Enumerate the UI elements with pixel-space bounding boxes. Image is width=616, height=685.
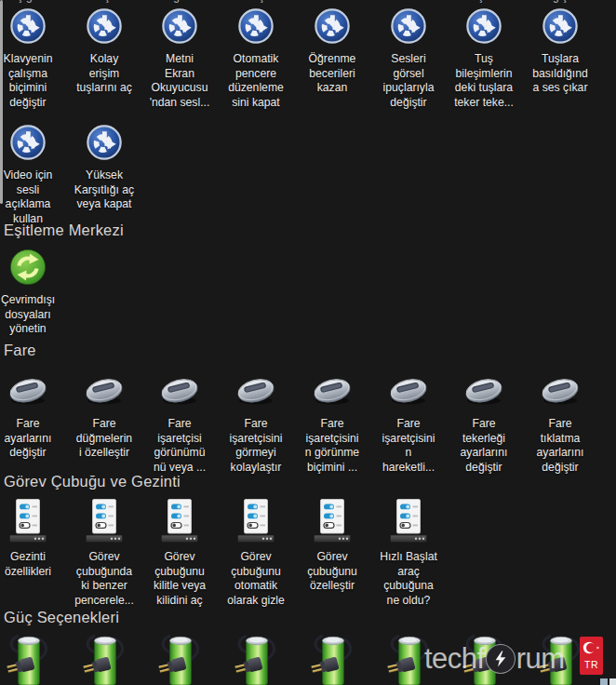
battery-icon — [387, 631, 430, 685]
taskbar-icon — [237, 499, 275, 543]
task-item-label: Görev çubuğunda ki benzer pencerele... — [66, 550, 142, 609]
task-item-label: Fare tıklatma ayarlarını değiştir — [522, 417, 598, 476]
task-item-power-option[interactable] — [446, 631, 522, 685]
task-item-pointer-appearance[interactable]: Fare işaretçisi görünümü nü veya ... — [141, 372, 218, 476]
flag-country-code: TR — [580, 659, 603, 670]
task-item-label: Yüksek Karşıtlığı aç veya kapat — [66, 168, 142, 212]
battery-icon — [539, 631, 582, 685]
task-item-label: Sesleri görsel ipuçlarıyla değiştir — [370, 52, 447, 111]
ease-of-access-icon — [86, 124, 123, 161]
task-item-audio-description[interactable]: Video için sesli açıklama kullan — [0, 124, 66, 227]
taskbar-icon — [390, 499, 427, 543]
task-item-label: Video için sesli açıklama kullan — [0, 168, 66, 227]
mouse-icon — [539, 372, 582, 410]
task-item-pointer-display[interactable]: Fare işaretçisini n görünme biçimini ... — [294, 372, 370, 476]
mouse-icon — [234, 372, 277, 410]
task-item-label: Çevrimdışı dosyaları yönetin — [0, 293, 66, 337]
section-header-power-options: Güç Seçenekleri — [4, 609, 119, 626]
clipped-row-above: ş ğ ı ı ş ğ ı ılı ş ş ı ğ ş — [0, 0, 616, 4]
task-item-customize-taskbar[interactable]: Görev çubuğunu özelleştir — [294, 499, 370, 594]
task-item-label: Görev çubuğunu özelleştir — [294, 550, 370, 594]
task-item-label: Klavyenin çalışma biçimini değiştir — [0, 52, 66, 111]
task-item-power-option[interactable] — [141, 631, 218, 685]
task-item-power-option[interactable] — [0, 631, 66, 685]
task-item-label: Fare işaretçisini görmeyi kolaylaştır — [218, 417, 294, 476]
task-item-learning-abilities[interactable]: Öğrenme becerileri kazan — [294, 7, 370, 96]
task-item-power-option[interactable] — [294, 631, 370, 685]
sync-icon — [9, 248, 47, 286]
task-item-group-windows[interactable]: Görev çubuğunda ki benzer pencerele... — [66, 499, 142, 609]
ease-of-access-icon — [314, 7, 351, 45]
task-item-sticky-keys[interactable]: Tuş bileşimlerin deki tuşlara teker teke… — [446, 7, 522, 111]
turkish-flag-badge: TR — [580, 637, 603, 675]
battery-icon — [311, 631, 354, 685]
task-item-lock-taskbar[interactable]: Görev çubuğunu kilitle veya kilidini aç — [141, 499, 218, 609]
task-item-pointer-visibility[interactable]: Fare işaretçisini görmeyi kolaylaştır — [218, 372, 294, 476]
taskbar-icon — [86, 499, 123, 543]
mouse-icon — [7, 372, 49, 410]
battery-icon — [462, 631, 505, 685]
ease-of-access-icon — [542, 7, 579, 45]
all-tasks-panel: { "page": { "background": "#181818", "te… — [0, 0, 616, 685]
task-item-label: Fare işaretçisini n görünme biçimini ... — [294, 417, 370, 476]
task-item-mouse-click[interactable]: Fare tıklatma ayarlarını değiştir — [522, 372, 598, 476]
task-item-power-option[interactable] — [370, 631, 447, 685]
mouse-icon — [387, 372, 430, 410]
section-header-mouse: Fare — [4, 342, 36, 359]
task-item-label: Fare tekerleği ayarlarını değiştir — [446, 417, 522, 476]
task-item-mouse-settings[interactable]: Fare ayarlarını değiştir — [0, 372, 66, 461]
mouse-icon — [83, 372, 126, 410]
task-item-label: Gezinti özellikleri — [0, 550, 66, 579]
clipped-label-remnant: ğ ş — [522, 0, 598, 4]
task-item-key-press-sound[interactable]: Tuşlara basıldığınd a ses çıkar — [522, 7, 598, 96]
ease-of-access-icon — [465, 7, 502, 45]
clipped-label-remnant: ş ı — [446, 0, 522, 4]
section-header-sync-center: Eşitleme Merkezi — [4, 222, 124, 239]
battery-icon — [158, 631, 201, 685]
task-item-label: Metni Ekran Okuyucusu 'ndan sesl... — [141, 52, 218, 111]
task-item-label: Görev çubuğunu kilitle veya kilidini aç — [141, 550, 218, 609]
clipped-corner-fragment — [600, 678, 608, 685]
clipped-label-remnant: ı ş — [66, 0, 142, 4]
task-item-high-contrast[interactable]: Yüksek Karşıtlığı aç veya kapat — [66, 124, 142, 212]
ease-of-access-icon — [390, 7, 427, 45]
task-item-label: Fare düğmelerin i özelleştir — [66, 417, 142, 461]
clipped-label-remnant: ğ ı — [141, 0, 218, 4]
task-item-label: Fare işaretçisini n hareketli... — [370, 417, 447, 476]
battery-icon — [234, 631, 277, 685]
mouse-icon — [311, 372, 354, 410]
task-item-label: Öğrenme becerileri kazan — [294, 52, 370, 96]
section-header-taskbar: Görev Çubuğu ve Gezinti — [4, 473, 181, 490]
task-item-keyboard-behavior[interactable]: Klavyenin çalışma biçimini değiştir — [0, 7, 66, 111]
ease-of-access-icon — [9, 7, 47, 45]
task-item-label: Fare ayarlarını değiştir — [0, 417, 66, 461]
task-item-label: Tuşlara basıldığınd a ses çıkar — [522, 52, 598, 96]
mouse-icon — [158, 372, 201, 410]
task-item-mouse-wheel[interactable]: Fare tekerleği ayarlarını değiştir — [446, 372, 522, 476]
task-item-pointer-motion[interactable]: Fare işaretçisini n hareketli... — [370, 372, 447, 476]
battery-icon — [83, 631, 126, 685]
taskbar-icon — [9, 499, 47, 543]
mouse-icon — [462, 372, 505, 410]
task-item-navigation-properties[interactable]: Gezinti özellikleri — [0, 499, 66, 579]
task-item-label: Hızlı Başlat araç çubuğuna ne oldu? — [370, 550, 447, 609]
task-item-autohide-taskbar[interactable]: Görev çubuğunu otomatik olarak gizle — [218, 499, 294, 609]
task-item-power-option[interactable] — [66, 631, 142, 685]
clipped-label-remnant: ılı ş — [218, 0, 294, 4]
task-item-offline-files[interactable]: Çevrimdışı dosyaları yönetin — [0, 248, 66, 337]
ease-of-access-icon — [161, 7, 198, 45]
task-item-visual-sound-cues[interactable]: Sesleri görsel ipuçlarıyla değiştir — [370, 7, 447, 111]
task-item-easy-access-keys[interactable]: Kolay erişim tuşlarını aç — [66, 7, 142, 96]
ease-of-access-icon — [237, 7, 275, 45]
task-item-narrator[interactable]: Metni Ekran Okuyucusu 'ndan sesl... — [141, 7, 218, 111]
task-item-quick-launch[interactable]: Hızlı Başlat araç çubuğuna ne oldu? — [370, 499, 447, 609]
taskbar-icon — [161, 499, 198, 543]
crescent-star-icon — [580, 638, 603, 657]
clipped-corner-fragment — [609, 678, 616, 685]
clipped-label-remnant: ş ğ ı — [0, 0, 66, 4]
task-item-power-option[interactable] — [218, 631, 294, 685]
task-item-mouse-buttons[interactable]: Fare düğmelerin i özelleştir — [66, 372, 142, 461]
task-item-label: Görev çubuğunu otomatik olarak gizle — [218, 550, 294, 609]
ease-of-access-icon — [86, 7, 123, 45]
task-item-auto-window-arrange[interactable]: Otomatik pencere düzenleme sini kapat — [218, 7, 294, 111]
